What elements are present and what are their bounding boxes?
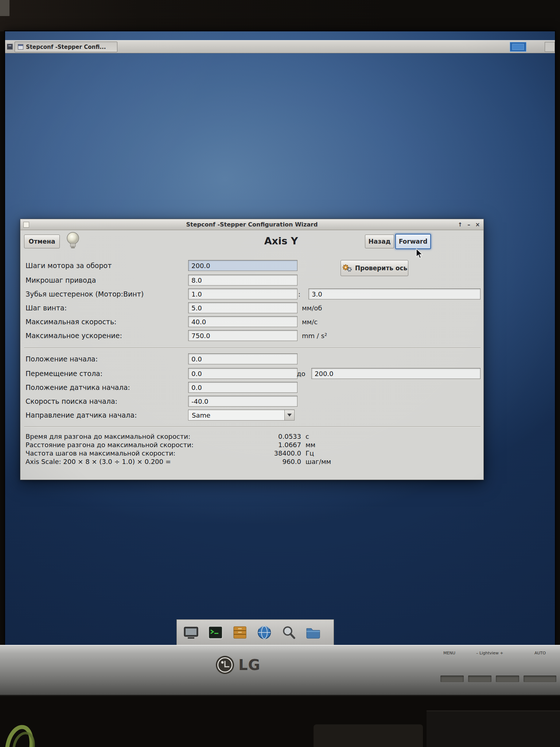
- minimize-button[interactable]: –: [465, 221, 472, 229]
- stepconf-window: Stepconf -Stepper Configuration Wizard ↑…: [20, 219, 484, 480]
- search-icon[interactable]: [280, 624, 297, 641]
- forward-button[interactable]: Forward: [395, 234, 431, 249]
- microstep-input[interactable]: [188, 275, 298, 286]
- summary-accel-distance-unit: мм: [306, 441, 315, 449]
- desk-object: [314, 724, 423, 747]
- table-travel-max-input[interactable]: [311, 368, 481, 379]
- pulley-screw-input[interactable]: [308, 289, 481, 299]
- summary-accel-distance-value: 1.0667: [214, 441, 301, 449]
- form-row-search-velocity: Скорость поиска начала:: [20, 396, 483, 407]
- latch-direction-label: Направление датчика начала:: [26, 411, 137, 419]
- monitor-button: [468, 676, 491, 682]
- form-row-table-travel: Перемещение стола: до: [20, 368, 483, 379]
- terminal-icon[interactable]: [207, 624, 224, 641]
- form-row-home-position: Положение начала:: [20, 353, 483, 364]
- taskbar-task-label: Stepconf -Stepper Confi...: [26, 44, 106, 50]
- chevron-down-icon: [287, 414, 292, 417]
- workspace-pager[interactable]: [510, 42, 526, 52]
- background-corner-object: [0, 0, 9, 16]
- browser-globe-icon[interactable]: [256, 624, 273, 641]
- menu-button-label: MENU: [443, 651, 455, 655]
- pitch-unit: мм/об: [302, 304, 322, 312]
- summary-step-rate-unit: Гц: [306, 449, 314, 457]
- close-button[interactable]: ×: [474, 221, 481, 229]
- window-controls: ↑ – ×: [456, 219, 481, 230]
- cancel-button[interactable]: Отмена: [24, 235, 60, 248]
- home-position-input[interactable]: [188, 353, 298, 364]
- pitch-label: Шаг винта:: [26, 304, 67, 312]
- form-row-steps: Шаги мотора за оборот: [20, 260, 483, 271]
- summary-row: Время для разгона до максимальной скорос…: [20, 433, 483, 441]
- mouse-cursor: [416, 249, 425, 259]
- separator: [24, 348, 481, 348]
- form-row-max-accel: Максимальное ускорение: mm / s²: [20, 330, 483, 341]
- summary-axis-scale-unit: шаг/мм: [306, 458, 331, 465]
- test-axis-label: Проверить ось: [355, 264, 407, 272]
- summary-axis-scale-value: 960.0: [214, 458, 301, 465]
- microstep-label: Микрошаг привода: [26, 276, 96, 284]
- window-list-icon[interactable]: [7, 44, 13, 50]
- summary-accel-distance-label: Расстояние разгона до максимальной скоро…: [26, 441, 194, 449]
- max-velocity-input[interactable]: [188, 316, 298, 327]
- package-icon[interactable]: [232, 624, 248, 641]
- folder-icon[interactable]: [305, 624, 322, 641]
- form-row-pitch: Шаг винта: мм/об: [20, 302, 483, 313]
- form-row-home-switch: Положение датчика начала:: [20, 382, 483, 393]
- display-icon[interactable]: [183, 624, 199, 641]
- summary-accel-time-label: Время для разгона до максимальной скорос…: [26, 433, 190, 440]
- table-travel-to-label: до: [297, 370, 305, 378]
- form-row-microstep: Микрошаг привода: [20, 275, 483, 286]
- home-switch-input[interactable]: [188, 382, 298, 393]
- summary-accel-time-value: 0.0533: [214, 433, 301, 440]
- desk-area: [0, 696, 560, 747]
- pulley-motor-input[interactable]: [188, 289, 298, 299]
- max-velocity-unit: мм/с: [302, 318, 318, 326]
- search-velocity-input[interactable]: [188, 396, 298, 407]
- shade-button[interactable]: ↑: [456, 221, 464, 229]
- window-icon: [23, 222, 29, 228]
- pulley-label: Зубья шестеренок (Мотор:Винт): [26, 290, 144, 298]
- table-travel-label: Перемещение стола:: [26, 369, 102, 378]
- gears-icon: [342, 263, 353, 273]
- titlebar[interactable]: Stepconf -Stepper Configuration Wizard ↑…: [20, 219, 483, 230]
- latch-direction-value: Same: [192, 411, 210, 419]
- test-axis-button[interactable]: Проверить ось: [341, 260, 408, 276]
- latch-direction-dropdown[interactable]: Same: [188, 410, 295, 421]
- back-button[interactable]: Назад: [365, 235, 394, 248]
- summary-row: Axis Scale: 200 × 8 × (3.0 ÷ 1.0) × 0.20…: [20, 458, 483, 466]
- max-velocity-label: Максимальная скорость:: [26, 318, 117, 326]
- table-travel-min-input[interactable]: [188, 368, 298, 379]
- window-title: Stepconf -Stepper Configuration Wizard: [186, 221, 318, 228]
- dropdown-arrow-button[interactable]: [284, 410, 294, 420]
- monitor-bezel: LG MENU – Lightview + AUTO: [0, 645, 560, 696]
- desk-equipment: [427, 711, 560, 747]
- stepconf-task-icon: [18, 44, 23, 50]
- monitor-button: [440, 676, 464, 682]
- brand-text: LG: [238, 657, 260, 673]
- summary-row: Частота шагов на максимальной скорости: …: [20, 449, 483, 458]
- form-row-latch-direction: Направление датчика начала: Same: [20, 410, 483, 421]
- steps-input[interactable]: [188, 260, 298, 271]
- pulley-ratio-separator: :: [298, 290, 300, 298]
- green-cable: [0, 696, 73, 747]
- summary-step-rate-value: 38400.0: [214, 449, 301, 457]
- monitor-brand: LG: [215, 655, 260, 675]
- max-accel-label: Максимальное ускорение:: [26, 332, 122, 340]
- search-velocity-label: Скорость поиска начала:: [26, 397, 117, 405]
- separator: [24, 426, 481, 427]
- summary-accel-time-unit: с: [306, 433, 309, 440]
- pitch-input[interactable]: [188, 302, 298, 313]
- taskbar-task-stepconf[interactable]: Stepconf -Stepper Confi...: [15, 42, 117, 52]
- room-background-top: [0, 0, 560, 31]
- lightview-button-label: – Lightview +: [476, 651, 503, 655]
- steps-label: Шаги мотора за оборот: [26, 262, 112, 270]
- dock-panel: [176, 619, 334, 645]
- auto-button-label: AUTO: [534, 651, 546, 655]
- lg-logo-icon: [215, 655, 235, 675]
- home-position-label: Положение начала:: [26, 355, 98, 363]
- max-accel-input[interactable]: [188, 330, 298, 341]
- tray-applet: [545, 42, 555, 52]
- taskbar: Stepconf -Stepper Confi...: [5, 40, 555, 53]
- monitor-button: [496, 676, 519, 682]
- form-row-max-velocity: Максимальная скорость: мм/с: [20, 316, 483, 327]
